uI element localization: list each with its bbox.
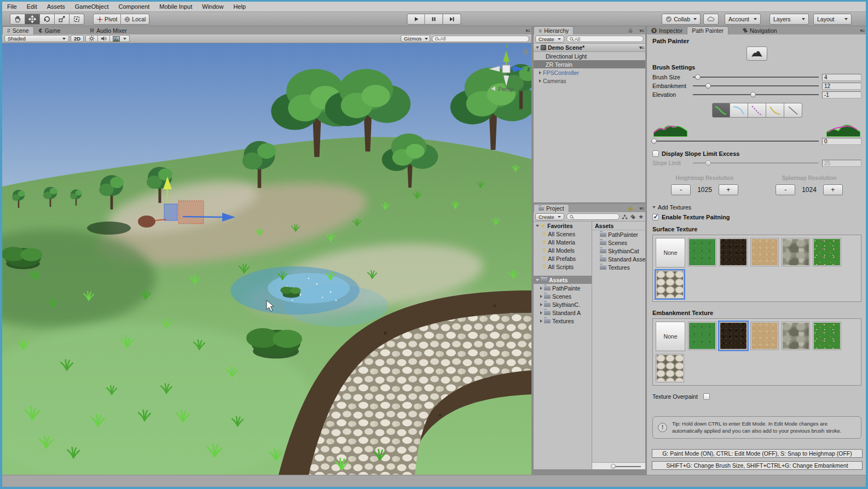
- heightmap-decrease-button[interactable]: -: [671, 184, 691, 195]
- elevation-slider[interactable]: [693, 91, 819, 98]
- favorites-root[interactable]: ★Favorites: [534, 222, 592, 230]
- favorites-star-icon[interactable]: ★: [638, 213, 644, 220]
- add-textures-foldout[interactable]: Add Textures: [652, 204, 861, 211]
- menu-mobile-input[interactable]: Mobile Input: [154, 2, 197, 11]
- project-create-button[interactable]: Create: [535, 213, 564, 220]
- embankment-slider[interactable]: [693, 83, 819, 89]
- hierarchy-item-fpscontroller[interactable]: FPSController: [534, 68, 645, 77]
- embankment-texture-cobblestone[interactable]: [656, 354, 684, 382]
- zoom-slider-track[interactable]: [613, 466, 641, 467]
- tab-scene[interactable]: #Scene: [2, 26, 34, 34]
- curve-preset-4-button[interactable]: [766, 103, 784, 118]
- asset-pathpainter[interactable]: PathPainter: [592, 230, 645, 238]
- rect-tool-button[interactable]: [70, 14, 84, 25]
- expand-arrow[interactable]: [540, 295, 542, 298]
- expand-arrow[interactable]: [540, 311, 542, 315]
- layers-button[interactable]: Layers: [769, 14, 809, 25]
- embankment-texture-flower-grass[interactable]: [813, 322, 841, 350]
- surface-texture-dirt[interactable]: [719, 238, 748, 266]
- expand-arrow[interactable]: [539, 71, 541, 74]
- hierarchy-panel-menu-icon[interactable]: ▾≡: [639, 28, 644, 33]
- search-by-type-icon[interactable]: [622, 214, 628, 220]
- asset-standard-assets[interactable]: Standard Asse: [592, 255, 645, 263]
- favorite-all-prefabs[interactable]: ⚲All Prefabs: [534, 254, 592, 263]
- tab-project[interactable]: Project: [534, 204, 569, 212]
- project-panel-menu-icon[interactable]: ▾≡: [639, 206, 644, 211]
- local-toggle-button[interactable]: Local: [121, 14, 149, 25]
- favorite-all-scripts[interactable]: ⚲All Scripts: [534, 263, 592, 271]
- shading-mode-dropdown[interactable]: Shaded: [4, 35, 69, 42]
- slope-slider-value[interactable]: 0: [822, 138, 861, 145]
- hierarchy-create-button[interactable]: Create: [535, 36, 564, 43]
- expand-arrow[interactable]: [539, 79, 541, 83]
- tab-navigation[interactable]: Navigation: [738, 26, 782, 34]
- surface-texture-none-button[interactable]: None: [656, 238, 685, 267]
- tab-inspector[interactable]: iInspector: [647, 26, 687, 34]
- surface-texture-sand[interactable]: [750, 238, 779, 266]
- menu-component[interactable]: Component: [113, 2, 154, 11]
- hierarchy-search-field[interactable]: [566, 36, 644, 42]
- menu-assets[interactable]: Assets: [42, 2, 70, 11]
- account-button[interactable]: Account: [725, 14, 761, 25]
- tree-standard-assets[interactable]: Standard A: [534, 308, 592, 317]
- embankment-texture-none-button[interactable]: None: [656, 322, 685, 351]
- curve-preset-2-button[interactable]: [730, 103, 748, 118]
- surface-texture-cobblestone-selected[interactable]: [656, 270, 684, 299]
- menu-edit[interactable]: Edit: [22, 2, 42, 11]
- 2d-toggle-button[interactable]: 2D: [71, 35, 84, 42]
- scene-search-input[interactable]: [440, 36, 526, 42]
- cloud-button[interactable]: [703, 14, 719, 25]
- hierarchy-search-input[interactable]: [575, 36, 640, 42]
- asset-skythiancat[interactable]: SkythianCat: [592, 247, 645, 255]
- play-button[interactable]: [407, 14, 425, 25]
- assets-root[interactable]: Assets: [534, 276, 592, 284]
- expand-arrow[interactable]: [540, 287, 542, 290]
- curve-preset-3-button[interactable]: [748, 103, 766, 118]
- inspector-panel-menu-icon[interactable]: ▾≡: [860, 28, 864, 33]
- embankment-value[interactable]: 12: [822, 83, 861, 90]
- scene-search-field[interactable]: [432, 36, 529, 42]
- slope-slider[interactable]: [652, 138, 819, 144]
- audio-toggle-button[interactable]: [98, 35, 110, 42]
- foldout-arrow[interactable]: [536, 46, 539, 49]
- expand-arrow[interactable]: [540, 303, 542, 306]
- zoom-slider-thumb[interactable]: [611, 464, 616, 469]
- hierarchy-scene-row[interactable]: Demo Scene* ▾≡: [534, 44, 645, 52]
- foldout-arrow[interactable]: [536, 225, 539, 227]
- favorite-all-scenes[interactable]: ⚲All Scenes: [534, 230, 592, 238]
- surface-texture-flower-grass[interactable]: [813, 238, 841, 266]
- tab-game[interactable]: Game: [34, 26, 65, 34]
- splatmap-decrease-button[interactable]: -: [776, 184, 795, 195]
- project-search-input[interactable]: [575, 214, 617, 220]
- gizmos-dropdown[interactable]: Gizmos: [401, 35, 430, 42]
- move-tool-button[interactable]: [25, 14, 40, 25]
- rotate-tool-button[interactable]: [40, 14, 55, 25]
- tab-audio-mixer[interactable]: Audio Mixer: [85, 26, 131, 34]
- scene-panel-menu-icon[interactable]: ▾≡: [525, 28, 530, 33]
- curve-preset-5-button[interactable]: [784, 103, 802, 118]
- surface-texture-rock[interactable]: [782, 238, 810, 266]
- collab-button[interactable]: Collab: [662, 14, 701, 25]
- step-button[interactable]: [443, 14, 461, 25]
- hierarchy-item-zr-terrain[interactable]: ZR Terrain: [534, 60, 645, 68]
- layout-button[interactable]: Layout: [813, 14, 852, 25]
- favorite-all-materials[interactable]: ⚲All Materia: [534, 238, 592, 246]
- path-painter-mode-button[interactable]: [747, 46, 767, 61]
- tab-path-painter[interactable]: Path Painter: [687, 26, 728, 34]
- hierarchy-lock-icon[interactable]: [628, 27, 633, 33]
- enable-texture-checkbox[interactable]: [652, 214, 659, 220]
- texture-overpaint-checkbox[interactable]: [703, 393, 710, 400]
- brush-size-value[interactable]: 4: [822, 74, 861, 81]
- tree-textures[interactable]: Textures: [534, 317, 592, 325]
- hand-tool-button[interactable]: [10, 14, 25, 25]
- favorite-all-models[interactable]: ⚲All Models: [534, 246, 592, 254]
- embankment-texture-grass[interactable]: [688, 322, 716, 350]
- curve-preset-1-button[interactable]: [712, 103, 730, 118]
- menu-file[interactable]: File: [2, 2, 22, 11]
- menu-gameobject[interactable]: GameObject: [70, 2, 114, 11]
- tree-skythiancat[interactable]: SkythianC.: [534, 300, 592, 308]
- scale-tool-button[interactable]: [55, 14, 70, 25]
- foldout-arrow[interactable]: [536, 279, 539, 281]
- elevation-value[interactable]: -1: [822, 91, 861, 98]
- display-slope-limit-checkbox[interactable]: [652, 150, 659, 157]
